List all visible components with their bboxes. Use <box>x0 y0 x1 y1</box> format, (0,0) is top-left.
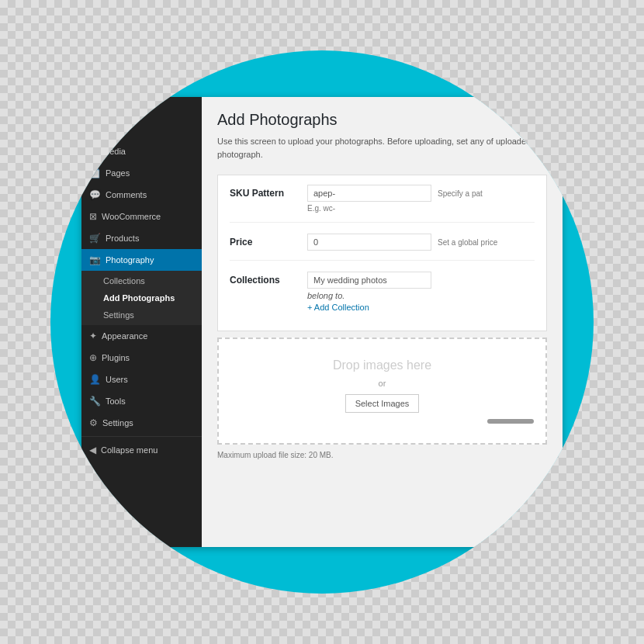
sidebar-item-posts[interactable]: ✎ Posts <box>81 119 202 140</box>
drop-zone[interactable]: Drop images here or Select Images <box>217 338 547 445</box>
collections-label: Collections <box>230 272 307 286</box>
sidebar-item-users[interactable]: 👤 Users <box>81 369 202 390</box>
progress-bar-container <box>230 419 534 424</box>
photography-icon: 📷 <box>89 254 101 265</box>
photography-submenu: Collections Add Photographs Settings <box>81 271 202 325</box>
products-icon: 🛒 <box>89 233 101 244</box>
upload-max-size: Maximum upload file size: 20 MB. <box>217 451 547 459</box>
sidebar-divider <box>81 436 202 437</box>
price-input[interactable] <box>307 234 431 251</box>
add-collection-link[interactable]: + Add Collection <box>307 303 535 312</box>
drop-or: or <box>230 379 534 388</box>
sidebar-item-pages[interactable]: 📄 Pages <box>81 162 202 184</box>
sidebar-item-media[interactable]: ▣ Media <box>81 140 202 162</box>
submenu-item-collections[interactable]: Collections <box>81 272 202 289</box>
sidebar-item-appearance[interactable]: ✦ Appearance <box>81 325 202 347</box>
submenu-item-settings[interactable]: Settings <box>81 306 202 324</box>
price-field: Set a global price <box>307 234 535 251</box>
users-icon: 👤 <box>89 374 101 385</box>
main-content: Add Photographs Use this screen to uploa… <box>202 97 563 547</box>
dashboard-icon: ⊞ <box>89 102 97 113</box>
sku-row: SKU Pattern Specify a pat E.g. wc- <box>230 185 535 223</box>
sidebar-item-plugins[interactable]: ⊕ Plugins <box>81 347 202 369</box>
sidebar-item-settings[interactable]: ⚙ Settings <box>81 412 202 434</box>
sidebar-item-woocommerce[interactable]: ⊠ WooCommerce <box>81 206 202 227</box>
price-label: Price <box>230 234 307 248</box>
woocommerce-icon: ⊠ <box>89 211 97 222</box>
circle-frame: ⊞ Dashboard ✎ Posts ▣ Media 📄 Pages 💬 Co… <box>50 50 594 594</box>
price-hint: Set a global price <box>438 238 497 247</box>
collections-row: Collections belong to. + Add Collection <box>230 272 535 321</box>
sidebar-item-dashboard[interactable]: ⊞ Dashboard <box>81 97 202 119</box>
price-row: Price Set a global price <box>230 234 535 261</box>
sidebar-item-photography[interactable]: 📷 Photography <box>81 249 202 271</box>
sidebar-item-tools[interactable]: 🔧 Tools <box>81 390 202 412</box>
comments-icon: 💬 <box>89 189 101 200</box>
sku-label: SKU Pattern <box>230 185 307 199</box>
belong-text: belong to. <box>307 291 535 300</box>
plugins-icon: ⊕ <box>89 352 97 363</box>
sidebar-item-comments[interactable]: 💬 Comments <box>81 184 202 206</box>
sku-example: E.g. wc- <box>307 204 535 213</box>
sku-field: Specify a pat E.g. wc- <box>307 185 535 213</box>
progress-bar <box>487 419 534 424</box>
sidebar-item-products[interactable]: 🛒 Products <box>81 227 202 249</box>
collections-field: belong to. + Add Collection <box>307 272 535 312</box>
collections-input[interactable] <box>307 272 431 289</box>
form-section: SKU Pattern Specify a pat E.g. wc- Price <box>217 175 547 331</box>
submenu-item-add-photographs[interactable]: Add Photographs <box>81 289 202 306</box>
page-description: Use this screen to upload your photograp… <box>217 135 547 161</box>
sidebar-item-collapse[interactable]: ◀ Collapse menu <box>81 439 202 461</box>
sku-input[interactable] <box>307 185 431 202</box>
sku-hint: Specify a pat <box>438 189 483 198</box>
appearance-icon: ✦ <box>89 331 97 341</box>
tools-icon: 🔧 <box>89 396 101 407</box>
browser-window: ⊞ Dashboard ✎ Posts ▣ Media 📄 Pages 💬 Co… <box>81 97 563 547</box>
settings-icon: ⚙ <box>89 417 98 428</box>
collapse-icon: ◀ <box>89 445 96 455</box>
page-title: Add Photographs <box>217 111 547 129</box>
media-icon: ▣ <box>89 146 98 157</box>
posts-icon: ✎ <box>89 124 97 135</box>
pages-icon: 📄 <box>89 168 101 178</box>
sidebar: ⊞ Dashboard ✎ Posts ▣ Media 📄 Pages 💬 Co… <box>81 97 202 547</box>
drop-text: Drop images here <box>230 358 534 372</box>
select-images-button[interactable]: Select Images <box>345 394 420 413</box>
